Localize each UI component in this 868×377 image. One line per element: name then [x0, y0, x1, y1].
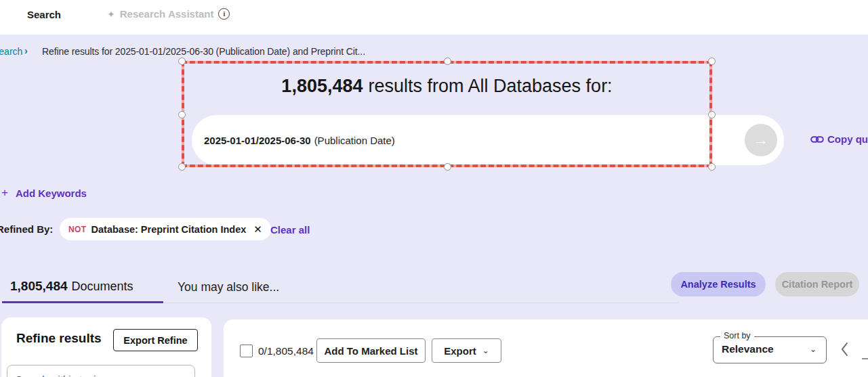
sort-by-label: Sort by	[720, 331, 754, 340]
query-text: 2025-01-01/2025-06-30 (Publication Date)	[204, 115, 395, 165]
documents-count: 1,805,484	[10, 279, 68, 293]
refine-results-title: Refine results	[16, 331, 102, 346]
analyze-results-button[interactable]: Analyze Results	[671, 272, 766, 296]
selection-handle-top-right[interactable]	[708, 58, 716, 65]
selection-handle-top-mid[interactable]	[444, 58, 451, 65]
add-keywords-label: Add Keywords	[16, 187, 87, 199]
page: Search ✦ Research Assistant i Search › R…	[0, 0, 868, 377]
copy-query-label: Copy que	[827, 133, 868, 145]
selection-handle-bottom-left[interactable]	[178, 163, 186, 171]
selection-handle-bottom-mid[interactable]	[444, 163, 451, 171]
info-icon[interactable]: i	[218, 8, 230, 20]
tab-research-assistant[interactable]: ✦ Research Assistant i	[107, 8, 230, 20]
breadcrumb-separator: ›	[24, 45, 28, 56]
export-button[interactable]: Export ⌄	[432, 338, 501, 363]
chevron-down-icon: ⌄	[810, 345, 817, 354]
breadcrumb-link-search[interactable]: Search	[0, 46, 22, 57]
select-all-checkbox[interactable]	[240, 345, 253, 357]
research-assistant-label: Research Assistant	[120, 8, 214, 20]
selection-handle-mid-right[interactable]	[708, 111, 716, 118]
export-label: Export	[444, 345, 476, 357]
tabs-divider	[163, 303, 678, 303]
not-operator-badge: NOT	[68, 225, 87, 234]
selection-handle-mid-left[interactable]	[178, 111, 186, 118]
results-heading: 1,805,484results from All Databases for:	[182, 76, 712, 97]
selection-handle-bottom-right[interactable]	[708, 163, 716, 171]
query-field-label: (Publication Date)	[314, 135, 395, 146]
tab-you-may-also-like[interactable]: You may also like...	[178, 280, 279, 294]
results-heading-text: results from All Databases for:	[368, 76, 612, 96]
plus-icon: +	[1, 186, 8, 200]
query-date-range: 2025-01-01/2025-06-30	[204, 135, 311, 146]
breadcrumb-current: Refine results for 2025-01-01/2025-06-30…	[42, 46, 365, 57]
copy-query-link[interactable]: Copy que	[810, 133, 868, 145]
search-submit-button[interactable]: →	[745, 124, 777, 156]
clear-all-link[interactable]: Clear all	[270, 224, 310, 236]
chevron-down-icon: ⌄	[482, 346, 489, 355]
active-tab-underline	[2, 301, 163, 303]
results-count: 1,805,484	[281, 76, 363, 96]
selection-handle-top-left[interactable]	[178, 58, 186, 65]
selection-count: 0/1,805,484	[258, 345, 314, 357]
refine-chip[interactable]: NOT Database: Preprint Citation Index ✕	[60, 218, 271, 240]
add-to-marked-list-button[interactable]: Add To Marked List	[316, 338, 426, 363]
sparkle-icon: ✦	[107, 9, 115, 19]
link-icon	[810, 135, 824, 144]
add-keywords-link[interactable]: + Add Keywords	[1, 186, 87, 200]
export-refine-button[interactable]: Export Refine	[113, 329, 198, 351]
refine-chip-label: Database: Preprint Citation Index	[91, 224, 247, 235]
arrow-right-icon: →	[753, 131, 768, 149]
citation-report-button[interactable]: Citation Report	[775, 272, 859, 296]
tab-documents[interactable]: 1,805,484Documents	[10, 279, 133, 294]
close-icon[interactable]: ✕	[253, 223, 262, 236]
pagination-fragment	[862, 358, 868, 359]
sort-by-dropdown[interactable]: Sort by Relevance ⌄	[713, 336, 827, 363]
documents-label: Documents	[72, 280, 133, 293]
sort-value: Relevance	[722, 343, 774, 355]
tab-search[interactable]: Search	[27, 9, 61, 20]
refined-by-label: Refined By:	[0, 223, 53, 235]
refine-search-input[interactable]	[7, 365, 195, 377]
query-summary-bar[interactable]: 2025-01-01/2025-06-30 (Publication Date)…	[192, 115, 784, 165]
previous-page-icon[interactable]	[840, 341, 850, 357]
